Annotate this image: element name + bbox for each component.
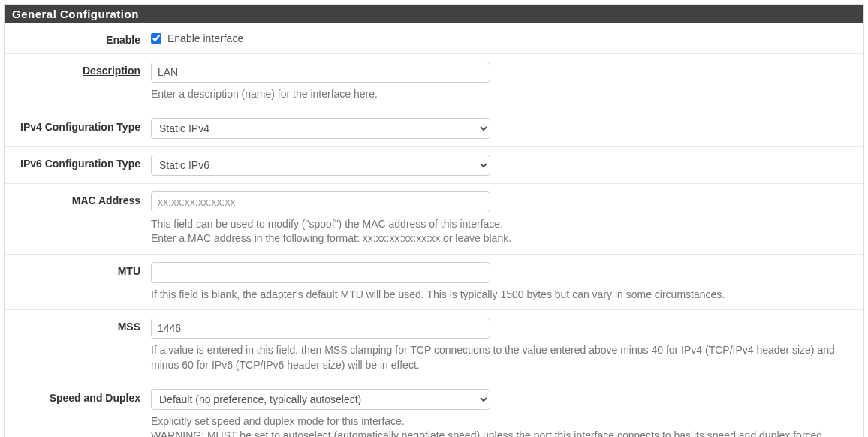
row-mss: MSS If a value is entered in this field,… — [5, 310, 863, 381]
label-mac: MAC Address — [5, 191, 151, 246]
row-speed-duplex: Speed and Duplex Default (no preference,… — [5, 381, 863, 437]
mtu-help: If this field is blank, the adapter's de… — [151, 288, 842, 303]
label-mtu: MTU — [5, 262, 151, 303]
description-help: Enter a description (name) for the inter… — [151, 87, 842, 102]
mtu-input[interactable] — [151, 262, 490, 283]
enable-checkbox[interactable] — [151, 33, 161, 44]
panel-title: General Configuration — [5, 5, 863, 23]
label-description: Description — [5, 62, 151, 102]
row-mtu: MTU If this field is blank, the adapter'… — [5, 255, 863, 311]
label-ipv6-type: IPv6 Configuration Type — [5, 155, 151, 176]
mss-help: If a value is entered in this field, the… — [151, 343, 842, 372]
mss-input[interactable] — [151, 318, 490, 339]
enable-checkbox-label: Enable interface — [167, 32, 243, 44]
row-ipv4-type: IPv4 Configuration Type Static IPv4 — [5, 110, 863, 147]
mac-help: This field can be used to modify ("spoof… — [151, 217, 842, 246]
row-description: Description Enter a description (name) f… — [5, 54, 863, 110]
general-configuration-panel: General Configuration Enable Enable inte… — [4, 4, 864, 437]
label-speed-duplex: Speed and Duplex — [5, 389, 151, 437]
row-enable: Enable Enable interface — [5, 23, 863, 54]
ipv6-type-select[interactable]: Static IPv6 — [151, 155, 490, 176]
label-mss: MSS — [5, 318, 151, 372]
ipv4-type-select[interactable]: Static IPv4 — [151, 118, 490, 139]
label-ipv4-type: IPv4 Configuration Type — [5, 118, 151, 139]
label-enable: Enable — [5, 31, 151, 46]
mac-input[interactable] — [151, 191, 490, 212]
speed-duplex-select[interactable]: Default (no preference, typically autose… — [151, 389, 490, 410]
row-mac: MAC Address This field can be used to mo… — [5, 184, 863, 255]
description-input[interactable] — [151, 62, 490, 83]
row-ipv6-type: IPv6 Configuration Type Static IPv6 — [5, 147, 863, 184]
speed-help: Explicitly set speed and duplex mode for… — [151, 414, 842, 437]
